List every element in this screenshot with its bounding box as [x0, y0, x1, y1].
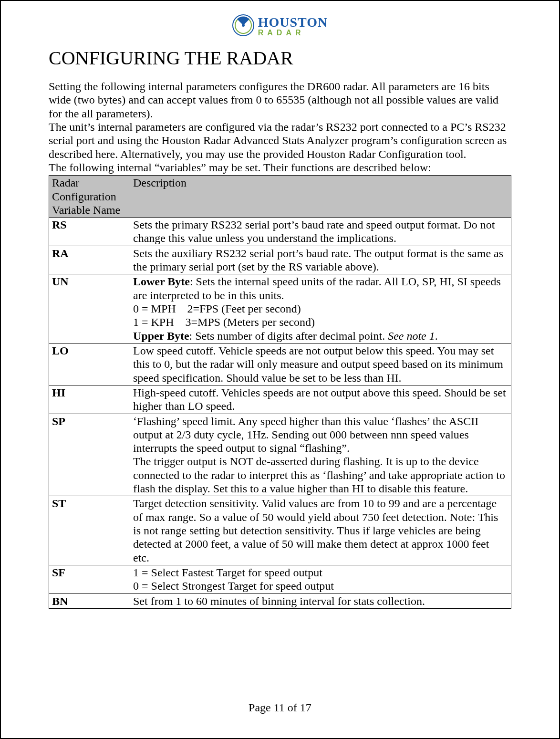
table-row: RS Sets the primary RS232 serial port’s …	[49, 218, 511, 246]
company-logo: HOUSTON RADAR	[232, 14, 328, 38]
var-desc: Set from 1 to 60 minutes of binning inte…	[130, 593, 511, 608]
var-desc: Sets the primary RS232 serial port’s bau…	[130, 218, 511, 246]
var-desc: Target detection sensitivity. Valid valu…	[130, 496, 511, 565]
var-desc: High-speed cutoff. Vehicles speeds are n…	[130, 385, 511, 414]
var-name: HI	[49, 385, 130, 414]
var-name: UN	[49, 274, 130, 343]
logo-text: HOUSTON RADAR	[258, 16, 328, 37]
var-desc: Sets the auxiliary RS232 serial port’s b…	[130, 246, 511, 274]
table-row: SF 1 = Select Fastest Target for speed o…	[49, 565, 511, 593]
var-desc: Lower Byte: Sets the internal speed unit…	[130, 274, 511, 343]
table-row: BN Set from 1 to 60 minutes of binning i…	[49, 593, 511, 608]
config-variables-table: Radar Configuration Variable Name Descri…	[49, 175, 511, 609]
var-desc: ‘Flashing’ speed limit. Any speed higher…	[130, 414, 511, 496]
paragraph-2: The unit’s internal parameters are confi…	[49, 120, 511, 161]
un-lower-byte-label: Lower Byte	[133, 275, 190, 288]
page-frame: HOUSTON RADAR CONFIGURING THE RADAR Sett…	[0, 0, 560, 739]
un-upper-byte-label: Upper Byte	[133, 330, 189, 342]
table-row: LO Low speed cutoff. Vehicle speeds are …	[49, 343, 511, 385]
table-row: RA Sets the auxiliary RS232 serial port’…	[49, 246, 511, 274]
logo-container: HOUSTON RADAR	[49, 14, 511, 38]
un-units-line1: 0 = MPH 2=FPS (Feet per second)	[133, 302, 301, 315]
page-title: CONFIGURING THE RADAR	[49, 47, 511, 69]
var-desc: 1 = Select Fastest Target for speed outp…	[130, 565, 511, 593]
svg-point-2	[242, 24, 245, 27]
var-name: BN	[49, 593, 130, 608]
table-row: ST Target detection sensitivity. Valid v…	[49, 496, 511, 565]
sf-line2: 0 = Select Strongest Target for speed ou…	[133, 580, 334, 592]
radar-dish-icon	[232, 14, 254, 38]
table-header-row: Radar Configuration Variable Name Descri…	[49, 176, 511, 218]
table-row: UN Lower Byte: Sets the internal speed u…	[49, 274, 511, 343]
page-footer: Page 11 of 17	[1, 701, 559, 714]
table-row: SP ‘Flashing’ speed limit. Any speed hig…	[49, 414, 511, 496]
var-name: SF	[49, 565, 130, 593]
sf-line1: 1 = Select Fastest Target for speed outp…	[133, 566, 322, 579]
var-name: RS	[49, 218, 130, 246]
sp-para1: ‘Flashing’ speed limit. Any speed higher…	[133, 415, 478, 455]
header-description: Description	[130, 176, 511, 218]
un-units-line2: 1 = KPH 3=MPS (Meters per second)	[133, 316, 315, 328]
paragraph-3: The following internal “variables” may b…	[49, 161, 511, 174]
paragraph-1: Setting the following internal parameter…	[49, 80, 511, 120]
intro-block: Setting the following internal parameter…	[49, 80, 511, 174]
logo-line2: RADAR	[258, 29, 305, 37]
var-name: RA	[49, 246, 130, 274]
logo-line1: HOUSTON	[258, 16, 328, 29]
var-name: SP	[49, 414, 130, 496]
header-variable-name: Radar Configuration Variable Name	[49, 176, 130, 218]
sp-para2: The trigger output is NOT de-asserted du…	[133, 455, 505, 495]
var-name: LO	[49, 343, 130, 385]
table-row: HI High-speed cutoff. Vehicles speeds ar…	[49, 385, 511, 414]
var-desc: Low speed cutoff. Vehicle speeds are not…	[130, 343, 511, 385]
un-see-note: See note 1	[388, 330, 435, 342]
un-upper-byte-text: : Sets number of digits after decimal po…	[189, 330, 388, 342]
var-name: ST	[49, 496, 130, 565]
